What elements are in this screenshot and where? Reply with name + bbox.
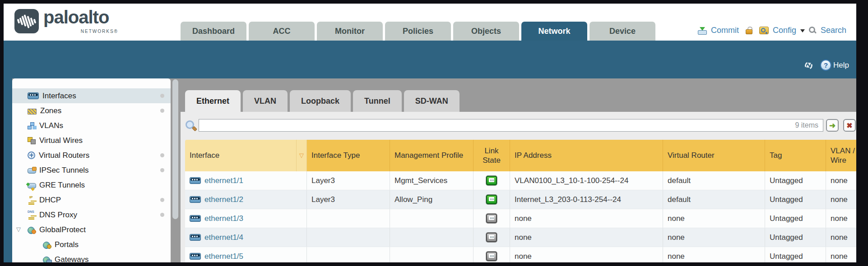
sort-dropdown-icon[interactable]: ▽ <box>297 140 307 171</box>
tab-policies[interactable]: Policies <box>385 22 451 41</box>
column-header-interface[interactable]: Interface <box>185 140 297 171</box>
interface-icon <box>190 253 201 260</box>
sidebar-item-globalprotect[interactable]: ▽GlobalProtect <box>12 222 171 237</box>
sidebar-item-gre-tunnels[interactable]: GRE Tunnels <box>12 178 171 193</box>
link-state-down-icon[interactable] <box>486 233 497 242</box>
link-state-down-icon[interactable] <box>486 214 497 223</box>
gateways-icon <box>43 256 51 263</box>
config-button[interactable]: Config <box>773 26 796 35</box>
interface-link[interactable]: ethernet1/3 <box>204 214 243 223</box>
link-state-up-icon[interactable] <box>486 195 497 204</box>
sidebar-item-ipsec-tunnels[interactable]: IPSec Tunnels <box>12 163 171 178</box>
search-icon[interactable] <box>809 27 817 34</box>
subtab-ethernet[interactable]: Ethernet <box>185 90 241 112</box>
subtab-vlan[interactable]: VLAN <box>243 90 288 112</box>
sidebar-item-portals[interactable]: Portals <box>12 237 171 252</box>
sidebar-item-gateways[interactable]: Gateways <box>12 252 171 262</box>
sidebar-item-dhcp[interactable]: DHCP <box>12 193 171 207</box>
search-button[interactable]: Search <box>821 26 846 35</box>
subtab-tunnel[interactable]: Tunnel <box>353 90 402 112</box>
help-icon[interactable]: ? <box>820 60 831 71</box>
commit-button[interactable]: Commit <box>711 26 739 35</box>
sidebar-item-label: Virtual Wires <box>39 136 83 145</box>
sidebar-item-label: Zones <box>40 106 61 115</box>
tab-objects[interactable]: Objects <box>453 22 519 41</box>
interface-link[interactable]: ethernet1/2 <box>204 195 243 204</box>
cell-management-profile <box>390 247 473 262</box>
sidebar-scrollbar-thumb[interactable] <box>172 79 178 219</box>
table-row[interactable]: ethernet1/4nonenoneUntaggednone <box>185 228 856 247</box>
filter-input[interactable]: 9 items <box>199 119 823 132</box>
cell-link-state <box>473 190 510 209</box>
top-header: paloalto NETWORKS® DashboardACCMonitorPo… <box>4 4 856 41</box>
tab-monitor[interactable]: Monitor <box>317 22 383 41</box>
column-header-vlan-virtual-wire[interactable]: VLAN / Virtual Wire <box>826 140 856 171</box>
dhcp-icon <box>28 197 36 204</box>
tab-network[interactable]: Network <box>521 22 587 41</box>
interface-link[interactable]: ethernet1/1 <box>204 176 243 185</box>
lock-icon[interactable] <box>746 27 752 34</box>
config-dropdown-caret-icon[interactable] <box>800 29 805 35</box>
cell-interface: ethernet1/1 <box>185 171 307 190</box>
sidebar-item-virtual-routers[interactable]: Virtual Routers <box>12 148 171 163</box>
tab-dashboard[interactable]: Dashboard <box>181 22 246 41</box>
help-link[interactable]: Help <box>833 61 849 70</box>
column-header-management-profile[interactable]: Management Profile <box>390 140 473 171</box>
interface-link[interactable]: ethernet1/4 <box>204 233 243 242</box>
sidebar-nav: InterfacesZonesVLANsVirtual WiresVirtual… <box>12 78 171 262</box>
subtab-sd-wan[interactable]: SD-WAN <box>404 90 460 112</box>
interface-icon <box>190 234 201 241</box>
table-row[interactable]: ethernet1/2Layer3Allow_PingInternet_L3_2… <box>185 190 856 209</box>
refresh-icon[interactable] <box>804 61 813 69</box>
commit-icon[interactable] <box>698 27 707 35</box>
filter-bar: 9 items ➜ ✖ <box>181 112 856 140</box>
status-dot <box>160 168 164 172</box>
table-row[interactable]: ethernet1/3nonenoneUntaggednone <box>185 209 856 228</box>
cell-interface: ethernet1/5 <box>185 247 307 262</box>
link-state-down-icon[interactable] <box>486 252 497 261</box>
sidebar-item-dns-proxy[interactable]: DNS Proxy <box>12 207 171 222</box>
interface-link[interactable]: ethernet1/5 <box>204 252 243 261</box>
status-dot <box>160 109 164 113</box>
column-header-interface-type[interactable]: Interface Type <box>307 140 390 171</box>
cell-vlan-wire: none <box>826 228 856 247</box>
screenshot-frame: paloalto NETWORKS® DashboardACCMonitorPo… <box>0 0 868 266</box>
column-header-link-state[interactable]: Link State <box>473 140 510 171</box>
interface-icon <box>190 177 201 184</box>
interfaces-table: Interface▽Interface TypeManagement Profi… <box>185 140 856 262</box>
sidebar-item-zones[interactable]: Zones <box>12 103 171 118</box>
content-area: InterfacesZonesVLANsVirtual WiresVirtual… <box>4 78 856 262</box>
cell-link-state <box>473 171 510 190</box>
secondary-bar: ? Help <box>4 41 856 78</box>
apply-filter-button[interactable]: ➜ <box>826 119 839 132</box>
status-dot <box>160 198 164 202</box>
sidebar-item-label: VLANs <box>39 121 63 130</box>
cell-interface: ethernet1/2 <box>185 190 307 209</box>
paloalto-logo: paloalto NETWORKS® <box>14 8 118 36</box>
cell-link-state <box>473 209 510 228</box>
cell-management-profile: Allow_Ping <box>390 190 473 209</box>
sidebar-item-label: Interfaces <box>42 92 76 101</box>
config-icon[interactable] <box>759 27 769 34</box>
table-row[interactable]: ethernet1/5nonenoneUntaggednone <box>185 247 856 262</box>
table-row[interactable]: ethernet1/1Layer3Mgmt_ServicesVLAN0100_L… <box>185 171 856 190</box>
clear-filter-button[interactable]: ✖ <box>843 119 856 132</box>
cell-virtual-router: default <box>663 190 765 209</box>
sidebar-item-interfaces[interactable]: Interfaces <box>12 88 171 103</box>
cell-ip-address: none <box>510 209 663 228</box>
sidebar-item-label: Gateways <box>55 255 89 263</box>
tab-acc[interactable]: ACC <box>249 22 315 41</box>
expander-icon[interactable]: ▽ <box>16 226 21 233</box>
tab-device[interactable]: Device <box>589 22 655 41</box>
sidebar-item-label: DHCP <box>39 196 61 205</box>
cell-management-profile: Mgmt_Services <box>390 171 473 190</box>
link-state-up-icon[interactable] <box>486 176 497 185</box>
subtab-loopback[interactable]: Loopback <box>290 90 351 112</box>
sidebar-item-label: GRE Tunnels <box>39 181 85 190</box>
sidebar-item-virtual-wires[interactable]: Virtual Wires <box>12 133 171 148</box>
column-header-ip-address[interactable]: IP Address <box>510 140 663 171</box>
cell-interface-type <box>307 209 390 228</box>
sidebar-item-vlans[interactable]: VLANs <box>12 118 171 133</box>
column-header-virtual-router[interactable]: Virtual Router <box>663 140 765 171</box>
column-header-tag[interactable]: Tag <box>765 140 826 171</box>
